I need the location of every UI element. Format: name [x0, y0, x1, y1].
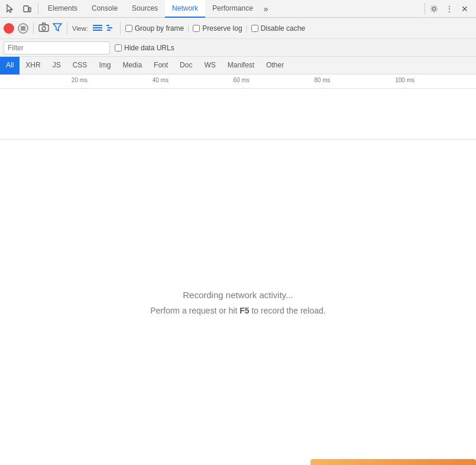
svg-rect-8 [93, 27, 102, 28]
clear-button[interactable] [18, 23, 28, 34]
ruler-tick-label: 20 ms [72, 77, 88, 83]
svg-marker-6 [53, 24, 61, 31]
settings-icon[interactable] [428, 2, 441, 15]
svg-rect-9 [93, 30, 102, 31]
dock-icon[interactable] [19, 1, 35, 17]
more-options-icon[interactable]: ⋮ [443, 2, 456, 15]
type-tab-css[interactable]: CSS [67, 57, 93, 75]
group-by-frame-text: Group by frame [135, 24, 184, 33]
tab-bar-left [2, 1, 35, 17]
svg-rect-10 [106, 25, 109, 26]
hide-data-urls-label[interactable]: Hide data URLs [115, 44, 174, 52]
tab-bar: Elements Console Sources Network Perform… [0, 0, 476, 18]
ruler-tick-label: 80 ms [314, 77, 330, 83]
disable-cache-checkbox[interactable] [251, 25, 258, 32]
type-tab-other[interactable]: Other [260, 57, 290, 75]
recording-text: Recording network activity... [183, 290, 293, 300]
type-tab-xhr[interactable]: XHR [20, 57, 46, 75]
svg-rect-11 [108, 27, 112, 28]
screenshot-button[interactable] [38, 22, 49, 34]
svg-rect-7 [93, 25, 102, 26]
ruler-tick-line [404, 86, 405, 88]
main-content: Recording network activity... Perform a … [0, 140, 476, 465]
divider [38, 3, 38, 15]
type-tab-manifest[interactable]: Manifest [222, 57, 260, 75]
tab-more-btn[interactable]: » [260, 0, 272, 18]
disable-cache-label[interactable]: Disable cache [251, 24, 305, 33]
type-tab-js[interactable]: JS [47, 57, 67, 75]
ruler-tick-line [323, 86, 324, 88]
timeline-area: 20 ms40 ms60 ms80 ms100 ms [0, 75, 476, 140]
divider2 [425, 3, 425, 15]
record-button[interactable] [4, 23, 14, 34]
cursor-icon[interactable] [2, 1, 19, 17]
filter-toolbar: Hide data URLs [0, 39, 476, 57]
hint-after: to record the reload. [250, 306, 326, 315]
svg-rect-12 [107, 30, 111, 31]
view-waterfall-btn[interactable] [106, 24, 115, 33]
filter-input[interactable] [4, 41, 110, 54]
group-by-frame-checkbox[interactable] [125, 25, 132, 32]
timeline-ruler: 20 ms40 ms60 ms80 ms100 ms [0, 75, 476, 89]
view-label: View: [72, 25, 88, 32]
preserve-log-text: Preserve log [202, 24, 242, 33]
bottom-decoration [310, 459, 476, 465]
hide-data-urls-text: Hide data URLs [124, 44, 174, 52]
preserve-log-label[interactable]: Preserve log [193, 24, 242, 33]
hint-text: Perform a request or hit F5 to record th… [150, 306, 325, 315]
tab-elements[interactable]: Elements [41, 0, 85, 18]
close-icon[interactable]: ✕ [458, 2, 471, 15]
svg-point-5 [42, 27, 46, 30]
filter-button[interactable] [53, 22, 62, 34]
type-tab-media[interactable]: Media [116, 57, 148, 75]
view-list-btn[interactable] [93, 24, 102, 33]
toolbar-divider2 [67, 22, 67, 34]
toolbar-divider1 [33, 22, 34, 34]
clear-icon [21, 26, 25, 31]
tab-console[interactable]: Console [85, 0, 125, 18]
group-by-frame-label[interactable]: Group by frame [125, 24, 184, 33]
type-tab-img[interactable]: Img [93, 57, 116, 75]
disable-cache-text: Disable cache [261, 24, 305, 33]
svg-rect-1 [24, 6, 28, 12]
type-tab-font[interactable]: Font [148, 57, 174, 75]
type-tab-all[interactable]: All [0, 57, 20, 75]
type-filter-tabs: All XHR JS CSS Img Media Font Doc WS Man… [0, 57, 476, 75]
tab-sources[interactable]: Sources [125, 0, 165, 18]
hide-data-urls-checkbox[interactable] [115, 44, 122, 51]
tab-bar-right: ⋮ ✕ [425, 2, 474, 15]
type-tab-doc[interactable]: Doc [174, 57, 198, 75]
type-tab-ws[interactable]: WS [198, 57, 221, 75]
ruler-tick-label: 60 ms [234, 77, 250, 83]
ruler-tick-line [162, 86, 163, 88]
ruler-tick-label: 40 ms [153, 77, 169, 83]
svg-marker-0 [7, 5, 12, 12]
ruler-tick-label: 100 ms [395, 77, 415, 83]
hint-before: Perform a request or hit [150, 306, 239, 315]
svg-point-3 [433, 7, 436, 10]
tab-network[interactable]: Network [165, 0, 205, 18]
svg-rect-2 [29, 8, 31, 12]
network-toolbar: View: Group by frame | Preserve log | Di… [0, 18, 476, 39]
toolbar-divider3 [120, 22, 121, 34]
tab-performance[interactable]: Performance [205, 0, 260, 18]
ruler-tick-line [243, 86, 244, 88]
preserve-log-checkbox[interactable] [193, 25, 200, 32]
ruler-tick-line [81, 86, 82, 88]
hint-key: F5 [239, 306, 249, 315]
